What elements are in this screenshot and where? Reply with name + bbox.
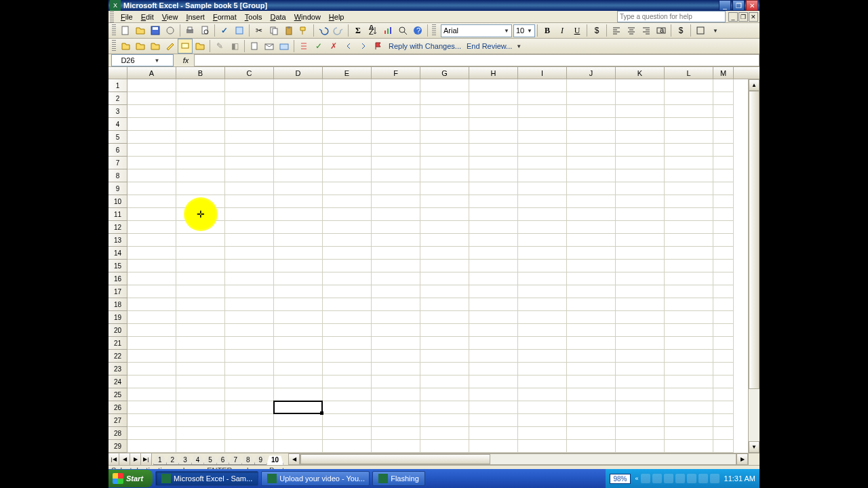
cell[interactable] <box>567 375 616 388</box>
cell[interactable] <box>665 311 713 324</box>
cell[interactable] <box>518 363 567 375</box>
cell[interactable] <box>127 388 176 401</box>
cell[interactable] <box>420 388 469 401</box>
cell[interactable] <box>274 272 323 285</box>
cell[interactable] <box>420 337 469 350</box>
cell[interactable] <box>372 208 420 221</box>
open-icon[interactable] <box>133 23 148 38</box>
sheet-tab[interactable]: 10 <box>267 455 283 465</box>
row-header[interactable]: 20 <box>108 324 127 337</box>
column-header[interactable]: D <box>274 67 323 79</box>
sheet-tab[interactable]: 6 <box>216 455 230 465</box>
cell[interactable] <box>176 105 225 118</box>
cell[interactable] <box>713 105 734 118</box>
cell[interactable] <box>274 79 323 92</box>
cell[interactable] <box>127 92 176 105</box>
cell[interactable] <box>225 118 274 131</box>
cell[interactable] <box>127 208 176 221</box>
sort-asc-icon[interactable]: AZ <box>366 23 380 38</box>
tab-prev-button[interactable]: ◀ <box>119 453 130 465</box>
cell[interactable] <box>225 208 274 221</box>
cell[interactable] <box>225 337 274 350</box>
cell[interactable] <box>323 401 372 414</box>
cell[interactable] <box>225 311 274 324</box>
cell[interactable] <box>713 388 734 401</box>
row-header[interactable]: 7 <box>108 157 127 169</box>
cell[interactable] <box>225 221 274 234</box>
column-header[interactable]: I <box>518 67 567 79</box>
cell[interactable] <box>665 234 713 247</box>
toolbar-grip[interactable] <box>432 24 436 37</box>
cell[interactable] <box>323 337 372 350</box>
cell[interactable] <box>518 118 567 131</box>
cell[interactable] <box>176 427 225 440</box>
cell[interactable] <box>274 260 323 272</box>
cell[interactable] <box>323 234 372 247</box>
cell[interactable] <box>127 324 176 337</box>
cell[interactable] <box>127 440 176 453</box>
cell[interactable] <box>567 388 616 401</box>
cell[interactable] <box>176 144 225 157</box>
paste-icon[interactable] <box>281 23 296 38</box>
cell[interactable] <box>176 272 225 285</box>
cell[interactable] <box>518 157 567 169</box>
cell[interactable] <box>274 375 323 388</box>
cell[interactable] <box>274 105 323 118</box>
cell[interactable] <box>518 208 567 221</box>
cell[interactable] <box>567 363 616 375</box>
cell[interactable] <box>616 234 665 247</box>
cell[interactable] <box>420 144 469 157</box>
row-header[interactable]: 29 <box>108 440 127 453</box>
cell[interactable] <box>665 260 713 272</box>
row-header[interactable]: 9 <box>108 182 127 195</box>
sheet-tab[interactable]: 8 <box>241 455 255 465</box>
tab-first-button[interactable]: |◀ <box>108 453 119 465</box>
cell[interactable] <box>665 92 713 105</box>
cell[interactable] <box>176 363 225 375</box>
column-header[interactable]: K <box>616 67 665 79</box>
zoom-icon[interactable] <box>395 23 410 38</box>
cell[interactable] <box>713 285 734 298</box>
cell[interactable] <box>518 221 567 234</box>
italic-button[interactable]: I <box>555 23 570 38</box>
cell[interactable] <box>518 324 567 337</box>
row-header[interactable]: 16 <box>108 272 127 285</box>
cell[interactable] <box>274 131 323 144</box>
cell[interactable] <box>274 118 323 131</box>
cell[interactable] <box>274 285 323 298</box>
cell[interactable] <box>225 131 274 144</box>
cell[interactable] <box>127 401 176 414</box>
cell[interactable] <box>176 324 225 337</box>
doc-minimize-button[interactable]: _ <box>728 12 738 22</box>
reject-change-icon[interactable]: ✗ <box>326 39 341 54</box>
row-header[interactable]: 15 <box>108 260 127 272</box>
doc-restore-button[interactable]: ❐ <box>738 12 748 22</box>
cell[interactable] <box>616 157 665 169</box>
cell[interactable] <box>127 105 176 118</box>
cell[interactable] <box>420 285 469 298</box>
ink-icon[interactable]: ✎ <box>212 39 227 54</box>
close-button[interactable]: ✕ <box>746 0 758 11</box>
cell[interactable] <box>616 440 665 453</box>
scroll-thumb[interactable] <box>300 454 490 464</box>
cell[interactable] <box>713 414 734 427</box>
taskbar-item[interactable]: Microsoft Excel - Sam... <box>155 471 258 486</box>
cell[interactable] <box>616 195 665 208</box>
cell[interactable] <box>420 272 469 285</box>
cell[interactable] <box>713 157 734 169</box>
cell[interactable] <box>518 272 567 285</box>
cell[interactable] <box>518 388 567 401</box>
cell[interactable] <box>420 182 469 195</box>
cell[interactable] <box>420 363 469 375</box>
cell[interactable] <box>518 311 567 324</box>
currency-icon[interactable]: $ <box>589 23 604 38</box>
cell[interactable] <box>127 79 176 92</box>
cell[interactable] <box>225 324 274 337</box>
cell[interactable] <box>225 401 274 414</box>
cell[interactable] <box>127 427 176 440</box>
cell[interactable] <box>323 324 372 337</box>
cell[interactable] <box>713 144 734 157</box>
cell[interactable] <box>420 105 469 118</box>
row-header[interactable]: 3 <box>108 105 127 118</box>
sheet-tab[interactable]: 5 <box>203 455 217 465</box>
